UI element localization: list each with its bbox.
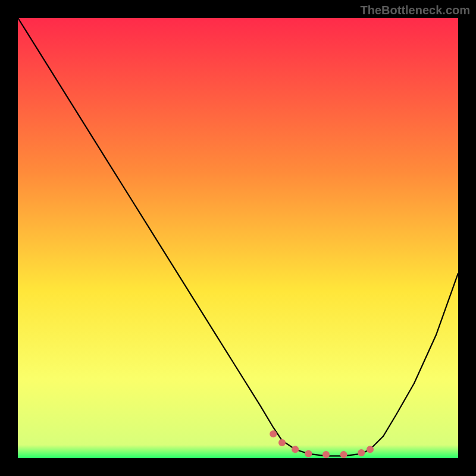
watermark-text: TheBottleneck.com	[361, 4, 470, 17]
marker-dot	[340, 451, 347, 458]
chart-container: TheBottleneck.com	[0, 0, 476, 476]
marker-dot	[278, 439, 286, 446]
marker-dot	[305, 450, 312, 458]
chart-svg	[18, 18, 458, 458]
marker-dot	[322, 451, 330, 458]
plot-area	[18, 18, 458, 458]
marker-dot	[270, 430, 277, 437]
gradient-background	[18, 18, 458, 458]
marker-dot	[367, 446, 374, 453]
marker-dot	[292, 446, 299, 453]
marker-dot	[358, 449, 365, 456]
